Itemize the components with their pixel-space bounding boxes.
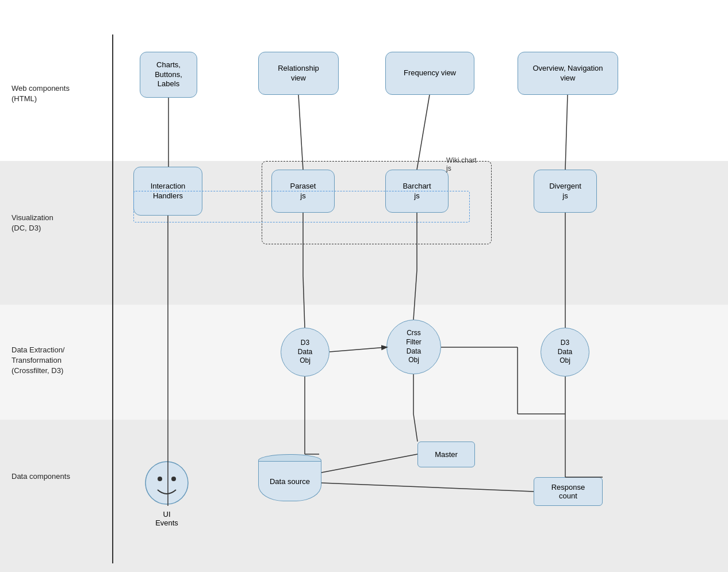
layer-data bbox=[0, 420, 728, 572]
ui-events-node: UI Events bbox=[144, 460, 190, 527]
label-extraction: Data Extraction/ Transformation (Crossfi… bbox=[12, 345, 65, 377]
d3-data-obj-left-node: D3 Data Obj bbox=[281, 328, 329, 377]
divergent-js-node: Divergent js bbox=[534, 170, 597, 213]
master-node: Master bbox=[417, 442, 475, 467]
label-data: Data components bbox=[12, 471, 70, 482]
charts-buttons-node: Charts, Buttons, Labels bbox=[140, 52, 197, 98]
layer-extraction bbox=[0, 305, 728, 420]
label-viz: Visualization (DC, D3) bbox=[12, 213, 53, 233]
cylinder-body: Data source bbox=[258, 461, 321, 501]
blue-dashed-box bbox=[133, 191, 470, 222]
response-count-node: Response count bbox=[534, 477, 603, 506]
diagram-container: Web components (HTML) Visualization (DC,… bbox=[0, 0, 728, 572]
svg-point-0 bbox=[145, 462, 188, 504]
ui-events-label: UI Events bbox=[144, 510, 190, 527]
label-html: Web components (HTML) bbox=[12, 83, 70, 104]
data-source-node: Data source bbox=[258, 454, 321, 501]
relationship-view-node: Relationship view bbox=[258, 52, 339, 95]
svg-point-1 bbox=[158, 477, 162, 481]
svg-point-2 bbox=[171, 477, 176, 481]
vertical-divider bbox=[112, 34, 113, 563]
frequency-view-node: Frequency view bbox=[385, 52, 474, 95]
crss-filter-node: Crss Filter Data Obj bbox=[386, 320, 441, 374]
overview-nav-node: Overview, Navigation view bbox=[518, 52, 618, 95]
d3-data-obj-right-node: D3 Data Obj bbox=[541, 328, 589, 377]
layer-html bbox=[0, 34, 728, 161]
